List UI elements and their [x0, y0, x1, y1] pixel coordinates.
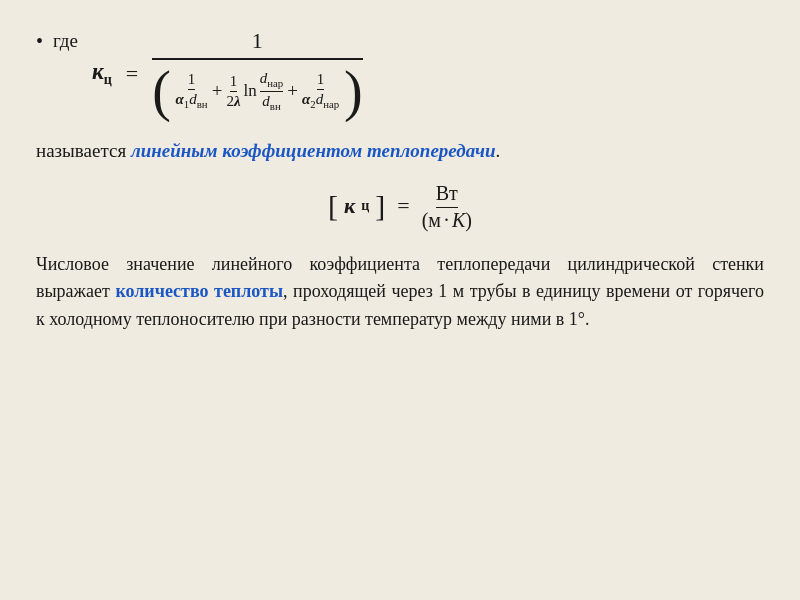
- units-k: K: [452, 209, 465, 231]
- bracket-formula: [ кц ] = Вт (м·K): [328, 182, 472, 231]
- right-paren: ): [344, 60, 363, 122]
- ln-symbol: ln: [244, 81, 257, 101]
- plus2: +: [287, 80, 298, 102]
- k-symbol-bracket: к: [344, 193, 355, 219]
- kc-formula: кц = 1 ( 1 α1dвн +: [92, 28, 363, 119]
- big-fraction: 1 ( 1 α1dвн + 1: [152, 28, 362, 119]
- bottom-highlight: количество теплоты: [115, 281, 283, 301]
- units-formula: [ кц ] = Вт (м·K): [36, 182, 764, 231]
- big-numerator: 1: [152, 28, 362, 60]
- page: • где кц = 1 ( 1 α1dвн: [0, 0, 800, 600]
- equals-units: =: [397, 193, 409, 219]
- bullet-label: где: [53, 30, 78, 52]
- named-after: .: [495, 140, 500, 161]
- units-dot: ·: [444, 209, 449, 231]
- kc-symbol: кц: [92, 59, 112, 88]
- units-den: (м·K): [422, 208, 472, 231]
- term3-frac: 1 α2dнар: [302, 71, 339, 110]
- big-denominator: ( 1 α1dвн + 1 2λ: [152, 60, 362, 119]
- left-paren: (: [152, 60, 171, 122]
- term2: 1 2λ ln dнар dвн: [226, 70, 283, 113]
- units-m: м: [428, 209, 441, 231]
- term2-log-frac: dнар dвн: [260, 70, 283, 113]
- equals-sign: =: [126, 61, 138, 87]
- term2-frac: 1 2λ: [226, 73, 240, 109]
- bullet-dot: •: [36, 30, 43, 53]
- bullet-row: • где кц = 1 ( 1 α1dвн: [36, 28, 764, 119]
- units-num: Вт: [436, 182, 458, 208]
- plus1: +: [212, 80, 223, 102]
- k-sub-bracket: ц: [361, 198, 369, 214]
- bracket-left: [: [328, 191, 338, 221]
- units-paren-right: ): [465, 209, 472, 231]
- named-before: называется: [36, 140, 131, 161]
- bracket-right: ]: [375, 191, 385, 221]
- units-frac: Вт (м·K): [422, 182, 472, 231]
- bottom-paragraph: Числовое значение линейного коэффициента…: [36, 251, 764, 335]
- denom-inner: 1 α1dвн + 1 2λ ln dнар: [176, 70, 340, 113]
- named-text: называется линейным коэффициентом теплоп…: [36, 137, 764, 166]
- named-highlight: линейным коэффициентом теплопередачи: [131, 140, 496, 161]
- term1-frac: 1 α1dвн: [176, 71, 208, 110]
